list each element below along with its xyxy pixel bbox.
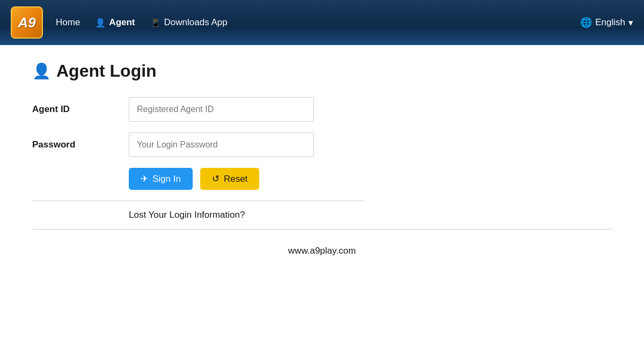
nav-links: Home 👤 Agent 📱 Downloads App xyxy=(56,17,228,28)
form-buttons: ✈ Sign In ↺ Reset xyxy=(129,168,365,190)
agent-icon: 👤 xyxy=(95,18,106,28)
nav-item-agent[interactable]: 👤 Agent xyxy=(95,17,135,28)
divider-bottom xyxy=(32,229,612,230)
agent-id-label: Agent ID xyxy=(32,104,129,115)
lost-login-link[interactable]: Lost Your Login Information? xyxy=(129,210,365,220)
password-label: Password xyxy=(32,139,129,150)
nav-item-home[interactable]: Home xyxy=(56,17,80,28)
language-label: English xyxy=(595,17,625,28)
agent-label: Agent xyxy=(109,17,135,28)
password-input[interactable] xyxy=(129,132,314,157)
signin-label: Sign In xyxy=(152,174,181,184)
page-title-text: Agent Login xyxy=(56,61,157,81)
password-row: Password xyxy=(32,132,365,157)
reset-button[interactable]: ↺ Reset xyxy=(200,168,259,190)
signin-icon: ✈ xyxy=(141,173,148,184)
main-content: 👤 Agent Login Agent ID Password ✈ Sign I… xyxy=(0,45,644,272)
signin-button[interactable]: ✈ Sign In xyxy=(129,168,193,190)
nav-item-downloads[interactable]: 📱 Downloads App xyxy=(150,17,228,28)
globe-icon: 🌐 xyxy=(580,17,592,28)
agent-id-row: Agent ID xyxy=(32,97,365,122)
login-form: Agent ID Password ✈ Sign In ↺ Reset Lost… xyxy=(32,97,365,220)
logo[interactable]: A9 xyxy=(11,6,43,39)
chevron-down-icon: ▾ xyxy=(628,17,633,28)
navbar: A9 Home 👤 Agent 📱 Downloads App 🌐 Englis… xyxy=(0,0,644,45)
reset-icon: ↺ xyxy=(212,173,219,184)
reset-label: Reset xyxy=(224,174,247,184)
page-title: 👤 Agent Login xyxy=(32,61,612,81)
home-label: Home xyxy=(56,17,80,28)
logo-text: A9 xyxy=(18,14,35,31)
agent-login-icon: 👤 xyxy=(32,62,51,80)
downloads-label: Downloads App xyxy=(164,17,228,28)
divider-top xyxy=(32,201,365,201)
downloads-icon: 📱 xyxy=(150,18,161,28)
footer-url: www.a9play.com xyxy=(32,246,612,256)
language-selector[interactable]: 🌐 English ▾ xyxy=(580,17,633,28)
agent-id-input[interactable] xyxy=(129,97,314,122)
navbar-left: A9 Home 👤 Agent 📱 Downloads App xyxy=(11,6,228,39)
